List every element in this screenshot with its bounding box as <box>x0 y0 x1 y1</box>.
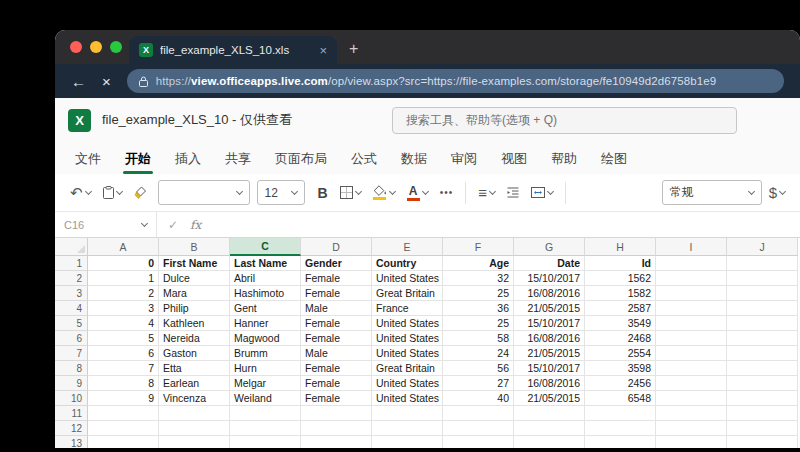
column-header-B[interactable]: B <box>159 238 230 256</box>
row-header-10[interactable]: 10 <box>55 391 88 406</box>
cell-J11[interactable] <box>727 406 798 421</box>
cell-E7[interactable]: United States <box>372 346 443 361</box>
cell-C5[interactable]: Hanner <box>230 316 301 331</box>
cell-H3[interactable]: 1582 <box>585 286 656 301</box>
cell-G1[interactable]: Date <box>514 256 585 271</box>
cell-H10[interactable]: 6548 <box>585 391 656 406</box>
cell-A11[interactable] <box>88 406 159 421</box>
currency-format-button[interactable]: $ <box>764 181 790 204</box>
column-header-C[interactable]: C <box>230 238 301 256</box>
cell-J8[interactable] <box>727 361 798 376</box>
cell-G11[interactable] <box>514 406 585 421</box>
cell-H8[interactable]: 3598 <box>585 361 656 376</box>
cell-J2[interactable] <box>727 271 798 286</box>
ribbon-tab-公式[interactable]: 公式 <box>339 142 389 174</box>
cell-E12[interactable] <box>372 421 443 436</box>
cell-C2[interactable]: Abril <box>230 271 301 286</box>
cell-F6[interactable]: 58 <box>443 331 514 346</box>
cell-G10[interactable]: 21/05/2015 <box>514 391 585 406</box>
cell-A1[interactable]: 0 <box>88 256 159 271</box>
cell-J6[interactable] <box>727 331 798 346</box>
cell-A5[interactable]: 4 <box>88 316 159 331</box>
row-header-12[interactable]: 12 <box>55 421 88 436</box>
cell-I5[interactable] <box>656 316 727 331</box>
font-size-select[interactable]: 12 <box>257 180 305 205</box>
cell-C1[interactable]: Last Name <box>230 256 301 271</box>
borders-button[interactable] <box>335 182 366 203</box>
cell-C9[interactable]: Melgar <box>230 376 301 391</box>
name-box[interactable]: C16 <box>55 212 157 237</box>
cell-J10[interactable] <box>727 391 798 406</box>
cell-B12[interactable] <box>159 421 230 436</box>
tab-close-icon[interactable]: × <box>319 44 327 57</box>
enter-check-icon[interactable]: ✓ <box>168 218 178 232</box>
insert-function-icon[interactable]: fx <box>190 218 201 232</box>
column-header-E[interactable]: E <box>372 238 443 256</box>
cell-B5[interactable]: Kathleen <box>159 316 230 331</box>
cell-I4[interactable] <box>656 301 727 316</box>
bold-button[interactable]: B <box>313 181 333 205</box>
row-header-8[interactable]: 8 <box>55 361 88 376</box>
cell-F12[interactable] <box>443 421 514 436</box>
cell-A10[interactable]: 9 <box>88 391 159 406</box>
fill-color-button[interactable] <box>368 181 400 204</box>
column-header-A[interactable]: A <box>88 238 159 256</box>
back-button[interactable]: ← <box>71 74 86 89</box>
cell-D11[interactable] <box>301 406 372 421</box>
cell-A6[interactable]: 5 <box>88 331 159 346</box>
cell-G9[interactable]: 16/08/2016 <box>514 376 585 391</box>
cell-D7[interactable]: Male <box>301 346 372 361</box>
cell-I6[interactable] <box>656 331 727 346</box>
column-header-I[interactable]: I <box>656 238 727 256</box>
cell-D10[interactable]: Female <box>301 391 372 406</box>
cell-F5[interactable]: 25 <box>443 316 514 331</box>
cell-I11[interactable] <box>656 406 727 421</box>
cell-G3[interactable]: 16/08/2016 <box>514 286 585 301</box>
alignment-button[interactable]: ≡ <box>473 181 500 204</box>
ribbon-tab-视图[interactable]: 视图 <box>489 142 539 174</box>
cell-F2[interactable]: 32 <box>443 271 514 286</box>
ribbon-tab-文件[interactable]: 文件 <box>63 142 113 174</box>
cell-E4[interactable]: France <box>372 301 443 316</box>
cell-G6[interactable]: 16/08/2016 <box>514 331 585 346</box>
cell-I9[interactable] <box>656 376 727 391</box>
cell-D8[interactable]: Female <box>301 361 372 376</box>
cell-H1[interactable]: Id <box>585 256 656 271</box>
undo-button[interactable]: ↶ <box>65 181 96 204</box>
paste-button[interactable] <box>98 182 127 203</box>
cell-C13[interactable] <box>230 436 301 448</box>
cell-J9[interactable] <box>727 376 798 391</box>
cell-B3[interactable]: Mara <box>159 286 230 301</box>
cell-E10[interactable]: United States <box>372 391 443 406</box>
cell-I7[interactable] <box>656 346 727 361</box>
minimize-window-button[interactable] <box>90 41 102 53</box>
cell-A8[interactable]: 7 <box>88 361 159 376</box>
cell-C12[interactable] <box>230 421 301 436</box>
cell-J1[interactable] <box>727 256 798 271</box>
cell-E8[interactable]: Great Britain <box>372 361 443 376</box>
format-painter-button[interactable] <box>129 182 152 203</box>
cell-B7[interactable]: Gaston <box>159 346 230 361</box>
cell-B9[interactable]: Earlean <box>159 376 230 391</box>
row-header-7[interactable]: 7 <box>55 346 88 361</box>
cell-B13[interactable] <box>159 436 230 448</box>
ribbon-tab-数据[interactable]: 数据 <box>389 142 439 174</box>
cell-A3[interactable]: 2 <box>88 286 159 301</box>
cell-D13[interactable] <box>301 436 372 448</box>
cell-E1[interactable]: Country <box>372 256 443 271</box>
cell-H12[interactable] <box>585 421 656 436</box>
ribbon-tab-页面布局[interactable]: 页面布局 <box>263 142 339 174</box>
cell-G8[interactable]: 15/10/2017 <box>514 361 585 376</box>
cell-F1[interactable]: Age <box>443 256 514 271</box>
cell-D9[interactable]: Female <box>301 376 372 391</box>
cell-D1[interactable]: Gender <box>301 256 372 271</box>
column-header-D[interactable]: D <box>301 238 372 256</box>
cell-A9[interactable]: 8 <box>88 376 159 391</box>
ribbon-tab-共享[interactable]: 共享 <box>213 142 263 174</box>
cell-H6[interactable]: 2468 <box>585 331 656 346</box>
cell-F7[interactable]: 24 <box>443 346 514 361</box>
row-header-11[interactable]: 11 <box>55 406 88 421</box>
cell-J12[interactable] <box>727 421 798 436</box>
cell-J7[interactable] <box>727 346 798 361</box>
cell-G2[interactable]: 15/10/2017 <box>514 271 585 286</box>
